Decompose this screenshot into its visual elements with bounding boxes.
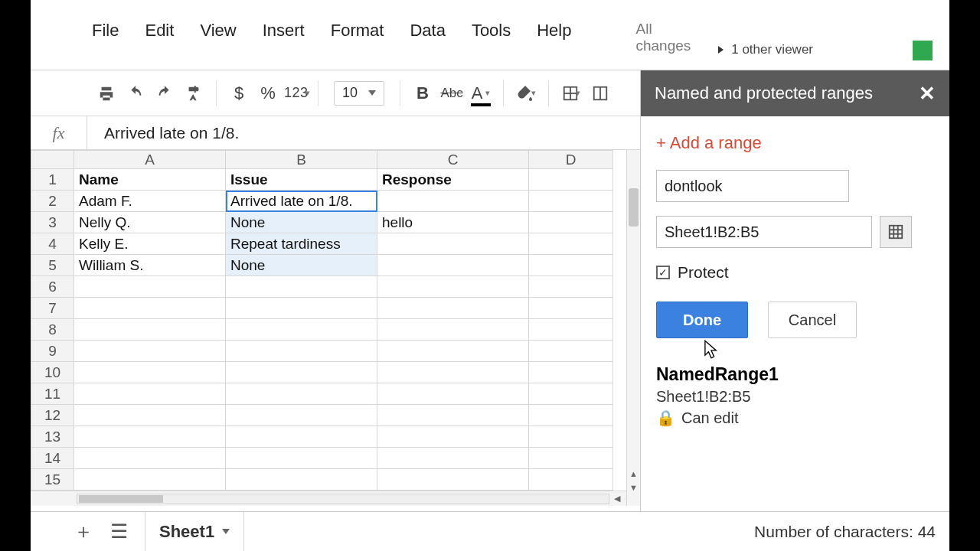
cell[interactable] — [377, 191, 529, 212]
row-header[interactable]: 15 — [31, 469, 74, 491]
horizontal-scrollbar[interactable]: ◀▶ — [31, 491, 640, 506]
row-header[interactable]: 2 — [31, 191, 74, 212]
cell[interactable] — [529, 405, 613, 426]
menu-help[interactable]: Help — [537, 21, 571, 62]
cell[interactable] — [74, 469, 226, 491]
cell[interactable]: Response — [377, 169, 529, 191]
cell[interactable] — [226, 383, 377, 405]
cell[interactable] — [529, 319, 613, 341]
cell[interactable]: Adam F. — [74, 191, 226, 212]
row-header[interactable]: 1 — [31, 169, 74, 191]
menu-tools[interactable]: Tools — [472, 21, 511, 62]
cell[interactable] — [529, 383, 613, 405]
cell[interactable]: William S. — [74, 255, 226, 276]
merge-button[interactable] — [586, 79, 615, 108]
cell[interactable] — [529, 169, 613, 191]
viewers-label[interactable]: 1 other viewer — [731, 42, 813, 57]
cell[interactable]: Repeat tardiness — [226, 233, 377, 255]
font-size-select[interactable]: 10 — [334, 81, 384, 106]
cell[interactable] — [74, 383, 226, 405]
cell[interactable] — [74, 426, 226, 448]
cell[interactable] — [529, 448, 613, 469]
borders-button[interactable]: ▾ — [557, 79, 586, 108]
cell[interactable] — [226, 341, 377, 362]
row-header[interactable]: 4 — [31, 233, 74, 255]
cell[interactable] — [529, 212, 613, 233]
menu-format[interactable]: Format — [331, 21, 384, 62]
row-header[interactable]: 12 — [31, 405, 74, 426]
col-header-A[interactable]: A — [74, 151, 226, 169]
cell[interactable] — [377, 448, 529, 469]
cell[interactable] — [377, 341, 529, 362]
cell[interactable]: Name — [74, 169, 226, 191]
col-header-B[interactable]: B — [226, 151, 377, 169]
undo-icon[interactable] — [121, 79, 150, 108]
currency-button[interactable]: $ — [224, 79, 253, 108]
cell[interactable] — [529, 362, 613, 383]
cell[interactable] — [529, 298, 613, 319]
cell[interactable] — [377, 255, 529, 276]
existing-range-name[interactable]: NamedRange1 — [656, 364, 934, 385]
row-header[interactable]: 8 — [31, 319, 74, 341]
cell[interactable] — [226, 469, 377, 491]
redo-icon[interactable] — [150, 79, 179, 108]
range-ref-input[interactable] — [656, 216, 872, 248]
cell[interactable] — [529, 255, 613, 276]
menu-view[interactable]: View — [200, 21, 236, 62]
all-sheets-icon[interactable]: ☰ — [110, 520, 128, 543]
cell[interactable] — [226, 319, 377, 341]
menu-data[interactable]: Data — [410, 21, 445, 62]
row-header[interactable]: 9 — [31, 341, 74, 362]
cell[interactable]: Kelly E. — [74, 233, 226, 255]
cell[interactable] — [377, 383, 529, 405]
cell[interactable] — [529, 469, 613, 491]
cell[interactable] — [74, 298, 226, 319]
row-header[interactable]: 13 — [31, 426, 74, 448]
cell[interactable] — [377, 426, 529, 448]
cell[interactable] — [529, 341, 613, 362]
cell[interactable] — [529, 233, 613, 255]
add-range-link[interactable]: + Add a range — [656, 133, 934, 153]
select-range-icon[interactable] — [880, 216, 912, 248]
viewer-avatar[interactable] — [913, 41, 933, 60]
cell[interactable] — [529, 191, 613, 212]
cell[interactable] — [226, 298, 377, 319]
cell[interactable] — [226, 448, 377, 469]
percent-button[interactable]: % — [253, 79, 283, 108]
fill-color-button[interactable]: ▾ — [511, 79, 541, 108]
cell[interactable]: Issue — [226, 169, 377, 191]
strikethrough-button[interactable]: Abc — [437, 79, 466, 108]
cell[interactable] — [377, 319, 529, 341]
menu-file[interactable]: File — [92, 21, 119, 62]
cell[interactable] — [226, 276, 377, 298]
cell[interactable] — [377, 362, 529, 383]
cell[interactable] — [74, 276, 226, 298]
cell[interactable] — [226, 362, 377, 383]
cell[interactable] — [377, 298, 529, 319]
select-all-handle[interactable] — [31, 151, 74, 169]
row-header[interactable]: 10 — [31, 362, 74, 383]
expand-viewers-icon[interactable] — [718, 46, 724, 54]
cell-active[interactable]: Arrived late on 1/8. — [226, 191, 377, 212]
vertical-scrollbar[interactable]: ▲▼ — [626, 150, 640, 506]
bold-button[interactable]: B — [408, 79, 437, 108]
cell[interactable] — [226, 405, 377, 426]
cell[interactable] — [74, 405, 226, 426]
cell[interactable] — [529, 276, 613, 298]
cell[interactable]: hello — [377, 212, 529, 233]
text-color-button[interactable]: A▾ — [466, 79, 495, 108]
cell[interactable] — [74, 319, 226, 341]
cell[interactable] — [74, 448, 226, 469]
protect-checkbox[interactable]: ✓ — [656, 266, 670, 279]
spreadsheet-grid[interactable]: A B C D 1 Name Issue Response 2 Ada — [31, 150, 613, 491]
row-header[interactable]: 3 — [31, 212, 74, 233]
cell[interactable]: Nelly Q. — [74, 212, 226, 233]
cell[interactable] — [377, 405, 529, 426]
cell[interactable] — [74, 362, 226, 383]
add-sheet-icon[interactable]: ＋ — [74, 518, 93, 545]
row-header[interactable]: 5 — [31, 255, 74, 276]
row-header[interactable]: 14 — [31, 448, 74, 469]
col-header-D[interactable]: D — [529, 151, 613, 169]
cell[interactable]: None — [226, 255, 377, 276]
col-header-C[interactable]: C — [377, 151, 529, 169]
